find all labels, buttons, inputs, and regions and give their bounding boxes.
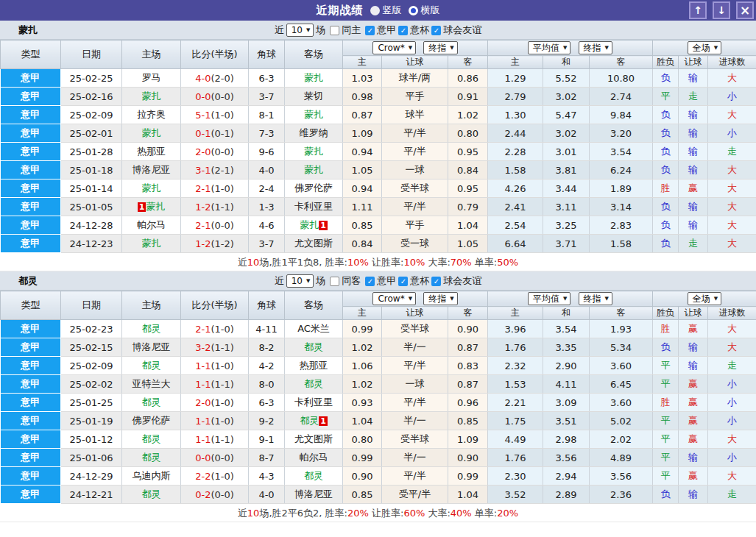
- goals-result-cell: 大: [708, 338, 756, 357]
- avg-away-odds-cell: 9.84: [590, 106, 653, 124]
- team-name: 都灵: [142, 323, 161, 334]
- result-cell: 负: [653, 338, 679, 357]
- italy-cup-checkbox[interactable]: ✓: [398, 277, 408, 286]
- sub-avg-home: 主: [488, 56, 543, 69]
- team-name: 蒙扎: [142, 182, 161, 193]
- same-venue-checkbox[interactable]: [330, 26, 339, 35]
- odds-time-select[interactable]: 终指▼: [423, 41, 457, 54]
- league-cell: 意甲: [1, 394, 61, 412]
- close-button[interactable]: ×: [736, 1, 754, 19]
- avg-away-odds-cell: 10.80: [590, 69, 653, 88]
- summary-segment: 10: [247, 257, 260, 268]
- serie-a-checkbox[interactable]: ✓: [365, 26, 375, 35]
- window-buttons: ↑ ↓ ×: [689, 1, 754, 19]
- handicap-home-odds-cell: 0.94: [343, 179, 382, 198]
- date-cell: 25-02-01: [61, 124, 122, 143]
- chevron-down-icon: ▼: [605, 296, 609, 302]
- handicap-home-odds-cell: 0.80: [343, 430, 382, 449]
- home-team-cell: 拉齐奥: [122, 106, 181, 124]
- match-row: 意甲25-01-12都灵1-1(1-1)9-1尤文图斯0.80受半球1.094.…: [1, 430, 756, 449]
- result-cell: 负: [653, 124, 679, 143]
- italy-cup-checkbox[interactable]: ✓: [398, 26, 408, 35]
- friendly-label: 球会友谊: [443, 274, 481, 288]
- match-count-select[interactable]: 10 ▼: [286, 24, 314, 37]
- avg-time-select[interactable]: 终指▼: [579, 41, 612, 54]
- sub-handicap-result: 让球: [679, 56, 708, 69]
- goals-result-cell: 大: [708, 467, 756, 486]
- red-card-badge: 1: [138, 202, 146, 212]
- home-team-cell: 都灵: [122, 357, 181, 375]
- away-team-cell: 维罗纳: [285, 124, 343, 143]
- summary-segment: 40%: [451, 508, 472, 519]
- avg-home-odds-cell: 2.44: [488, 124, 543, 143]
- handicap-result-cell: 输: [679, 69, 708, 88]
- handicap-result-cell: 输: [679, 357, 708, 375]
- radio-unselected-icon[interactable]: [409, 6, 418, 15]
- home-team-cell: 1蒙扎: [122, 198, 181, 216]
- team-name: 都灵: [142, 360, 161, 371]
- move-up-button[interactable]: ↑: [689, 1, 707, 19]
- same-venue-label: 同主: [342, 24, 361, 37]
- odds-source-select[interactable]: Crow*▼: [372, 292, 416, 305]
- friendly-checkbox[interactable]: ✓: [431, 26, 441, 35]
- away-team-cell: 都灵1: [285, 412, 343, 430]
- date-cell: 25-02-25: [61, 69, 122, 88]
- friendly-label: 球会友谊: [443, 24, 481, 37]
- scope-select[interactable]: 全场▼: [688, 292, 721, 305]
- avg-away-odds-cell: 3.60: [590, 394, 653, 412]
- home-team-cell: 蒙扎: [122, 235, 181, 253]
- handicap-result-cell: 输: [679, 216, 708, 235]
- summary-segment: 大率:: [425, 257, 451, 268]
- team-name: 尤文图斯: [294, 433, 333, 444]
- avg-home-odds-cell: 1.76: [488, 449, 543, 467]
- filter-controls: 近 10 ▼ 场 同主 ✓ 意甲 ✓ 意杯 ✓ 球会友谊: [0, 21, 756, 40]
- handicap-line-cell: 受一球: [382, 235, 448, 253]
- radio-selected-icon[interactable]: [370, 6, 380, 15]
- handicap-line-cell: 球半/两: [382, 69, 448, 88]
- league-cell: 意甲: [1, 449, 61, 467]
- summary-segment: 单率:: [472, 257, 498, 268]
- handicap-line-cell: 一球: [382, 375, 448, 394]
- home-team-cell: 都灵: [122, 449, 181, 467]
- friendly-checkbox[interactable]: ✓: [431, 277, 441, 286]
- asian-odds-group-header: Crow*▼ 终指▼: [343, 291, 488, 307]
- match-row: 意甲25-02-16蒙扎0-0(0-0)3-7莱切0.98平手0.912.793…: [1, 88, 756, 106]
- avg-home-odds-cell: 4.49: [488, 430, 543, 449]
- match-count-select[interactable]: 10 ▼: [286, 274, 314, 288]
- avg-select[interactable]: 平均值▼: [528, 41, 570, 54]
- avg-time-select[interactable]: 终指▼: [579, 292, 612, 305]
- home-team-cell: 都灵: [122, 320, 181, 338]
- layout-horizontal-radio[interactable]: 横版: [409, 4, 440, 17]
- odds-time-select[interactable]: 终指▼: [423, 292, 457, 305]
- handicap-line-cell: 半/一: [382, 412, 448, 430]
- sub-home-odds: 主: [343, 307, 382, 320]
- avg-away-odds-cell: 3.56: [590, 467, 653, 486]
- avg-draw-odds-cell: 3.44: [543, 179, 590, 198]
- odds-source-select[interactable]: Crow*▼: [372, 41, 416, 54]
- col-home: 主场: [122, 40, 181, 69]
- avg-select[interactable]: 平均值▼: [528, 292, 570, 305]
- handicap-away-odds-cell: 1.04: [448, 216, 488, 235]
- same-venue-checkbox[interactable]: [330, 277, 339, 286]
- corner-cell: 4-6: [249, 216, 285, 235]
- summary-row: 近10场,胜2平6负2, 胜率:20% 让胜率:60% 大率:40% 单率:20…: [0, 504, 756, 522]
- date-cell: 25-01-06: [61, 449, 122, 467]
- summary-segment: 让胜率:: [369, 257, 404, 268]
- close-icon: ×: [740, 3, 750, 18]
- team-name: 卡利亚里: [294, 396, 333, 408]
- summary-segment: 60%: [403, 508, 425, 519]
- match-row: 意甲25-01-28热那亚2-0(0-0)9-6蒙扎0.94平/半0.952.2…: [1, 143, 756, 161]
- near-label: 近: [275, 24, 284, 37]
- away-team-cell: 蒙扎1: [285, 216, 343, 235]
- serie-a-checkbox[interactable]: ✓: [365, 277, 375, 286]
- avg-away-odds-cell: 1.89: [590, 179, 653, 198]
- handicap-line-cell: 平/半: [382, 467, 448, 486]
- home-team-cell: 亚特兰大: [122, 375, 181, 394]
- team-name: 帕尔马: [137, 219, 166, 230]
- layout-vertical-radio[interactable]: 竖版: [370, 4, 402, 17]
- move-down-button[interactable]: ↓: [713, 1, 730, 19]
- scope-select[interactable]: 全场▼: [688, 41, 721, 54]
- match-row: 意甲25-02-02亚特兰大1-1(1-1)8-0都灵1.02一球0.871.5…: [1, 375, 756, 394]
- home-team-cell: 佛罗伦萨: [122, 412, 181, 430]
- team-name: 佛罗伦萨: [133, 415, 171, 426]
